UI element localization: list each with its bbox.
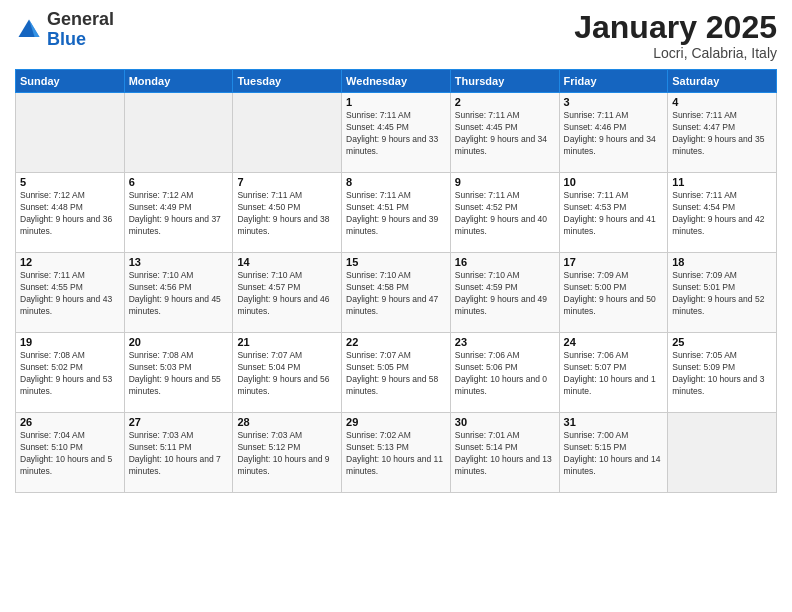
- calendar-cell: 10Sunrise: 7:11 AMSunset: 4:53 PMDayligh…: [559, 173, 668, 253]
- logo-blue: Blue: [47, 29, 86, 49]
- weekday-header: Friday: [559, 70, 668, 93]
- calendar-cell: 18Sunrise: 7:09 AMSunset: 5:01 PMDayligh…: [668, 253, 777, 333]
- day-detail: Sunrise: 7:03 AMSunset: 5:12 PMDaylight:…: [237, 430, 337, 478]
- day-detail: Sunrise: 7:02 AMSunset: 5:13 PMDaylight:…: [346, 430, 446, 478]
- calendar-week-row: 12Sunrise: 7:11 AMSunset: 4:55 PMDayligh…: [16, 253, 777, 333]
- calendar-cell: [16, 93, 125, 173]
- calendar-cell: 9Sunrise: 7:11 AMSunset: 4:52 PMDaylight…: [450, 173, 559, 253]
- weekday-header: Tuesday: [233, 70, 342, 93]
- day-detail: Sunrise: 7:06 AMSunset: 5:06 PMDaylight:…: [455, 350, 555, 398]
- day-number: 15: [346, 256, 446, 268]
- calendar-cell: 23Sunrise: 7:06 AMSunset: 5:06 PMDayligh…: [450, 333, 559, 413]
- day-detail: Sunrise: 7:11 AMSunset: 4:55 PMDaylight:…: [20, 270, 120, 318]
- day-number: 6: [129, 176, 229, 188]
- logo-icon: [15, 16, 43, 44]
- calendar-cell: 8Sunrise: 7:11 AMSunset: 4:51 PMDaylight…: [342, 173, 451, 253]
- day-number: 17: [564, 256, 664, 268]
- calendar-cell: 21Sunrise: 7:07 AMSunset: 5:04 PMDayligh…: [233, 333, 342, 413]
- day-detail: Sunrise: 7:09 AMSunset: 5:01 PMDaylight:…: [672, 270, 772, 318]
- day-detail: Sunrise: 7:05 AMSunset: 5:09 PMDaylight:…: [672, 350, 772, 398]
- day-detail: Sunrise: 7:11 AMSunset: 4:47 PMDaylight:…: [672, 110, 772, 158]
- day-detail: Sunrise: 7:10 AMSunset: 4:58 PMDaylight:…: [346, 270, 446, 318]
- calendar-cell: 17Sunrise: 7:09 AMSunset: 5:00 PMDayligh…: [559, 253, 668, 333]
- calendar-cell: 2Sunrise: 7:11 AMSunset: 4:45 PMDaylight…: [450, 93, 559, 173]
- day-detail: Sunrise: 7:10 AMSunset: 4:59 PMDaylight:…: [455, 270, 555, 318]
- day-number: 27: [129, 416, 229, 428]
- weekday-header: Saturday: [668, 70, 777, 93]
- location: Locri, Calabria, Italy: [574, 45, 777, 61]
- day-detail: Sunrise: 7:08 AMSunset: 5:02 PMDaylight:…: [20, 350, 120, 398]
- calendar-cell: [124, 93, 233, 173]
- calendar-week-row: 5Sunrise: 7:12 AMSunset: 4:48 PMDaylight…: [16, 173, 777, 253]
- day-detail: Sunrise: 7:09 AMSunset: 5:00 PMDaylight:…: [564, 270, 664, 318]
- day-detail: Sunrise: 7:11 AMSunset: 4:54 PMDaylight:…: [672, 190, 772, 238]
- day-number: 28: [237, 416, 337, 428]
- logo: General Blue: [15, 10, 114, 50]
- month-title: January 2025: [574, 10, 777, 45]
- day-number: 20: [129, 336, 229, 348]
- day-detail: Sunrise: 7:11 AMSunset: 4:46 PMDaylight:…: [564, 110, 664, 158]
- calendar-week-row: 26Sunrise: 7:04 AMSunset: 5:10 PMDayligh…: [16, 413, 777, 493]
- calendar-cell: 22Sunrise: 7:07 AMSunset: 5:05 PMDayligh…: [342, 333, 451, 413]
- day-number: 10: [564, 176, 664, 188]
- weekday-header: Wednesday: [342, 70, 451, 93]
- day-number: 30: [455, 416, 555, 428]
- calendar-week-row: 19Sunrise: 7:08 AMSunset: 5:02 PMDayligh…: [16, 333, 777, 413]
- calendar-cell: 13Sunrise: 7:10 AMSunset: 4:56 PMDayligh…: [124, 253, 233, 333]
- day-number: 11: [672, 176, 772, 188]
- day-detail: Sunrise: 7:11 AMSunset: 4:51 PMDaylight:…: [346, 190, 446, 238]
- page-container: General Blue January 2025 Locri, Calabri…: [0, 0, 792, 498]
- calendar-cell: 19Sunrise: 7:08 AMSunset: 5:02 PMDayligh…: [16, 333, 125, 413]
- day-number: 1: [346, 96, 446, 108]
- calendar-cell: 27Sunrise: 7:03 AMSunset: 5:11 PMDayligh…: [124, 413, 233, 493]
- calendar-cell: 3Sunrise: 7:11 AMSunset: 4:46 PMDaylight…: [559, 93, 668, 173]
- calendar-cell: 25Sunrise: 7:05 AMSunset: 5:09 PMDayligh…: [668, 333, 777, 413]
- calendar-table: SundayMondayTuesdayWednesdayThursdayFrid…: [15, 69, 777, 493]
- day-detail: Sunrise: 7:11 AMSunset: 4:50 PMDaylight:…: [237, 190, 337, 238]
- calendar-cell: 26Sunrise: 7:04 AMSunset: 5:10 PMDayligh…: [16, 413, 125, 493]
- day-number: 5: [20, 176, 120, 188]
- calendar-cell: 11Sunrise: 7:11 AMSunset: 4:54 PMDayligh…: [668, 173, 777, 253]
- calendar-cell: 4Sunrise: 7:11 AMSunset: 4:47 PMDaylight…: [668, 93, 777, 173]
- day-detail: Sunrise: 7:08 AMSunset: 5:03 PMDaylight:…: [129, 350, 229, 398]
- day-number: 29: [346, 416, 446, 428]
- calendar-cell: 31Sunrise: 7:00 AMSunset: 5:15 PMDayligh…: [559, 413, 668, 493]
- weekday-header: Monday: [124, 70, 233, 93]
- calendar-cell: 16Sunrise: 7:10 AMSunset: 4:59 PMDayligh…: [450, 253, 559, 333]
- day-detail: Sunrise: 7:06 AMSunset: 5:07 PMDaylight:…: [564, 350, 664, 398]
- logo-text: General Blue: [47, 10, 114, 50]
- calendar-cell: 12Sunrise: 7:11 AMSunset: 4:55 PMDayligh…: [16, 253, 125, 333]
- day-number: 24: [564, 336, 664, 348]
- weekday-header: Sunday: [16, 70, 125, 93]
- day-number: 12: [20, 256, 120, 268]
- day-detail: Sunrise: 7:11 AMSunset: 4:52 PMDaylight:…: [455, 190, 555, 238]
- day-detail: Sunrise: 7:10 AMSunset: 4:56 PMDaylight:…: [129, 270, 229, 318]
- day-detail: Sunrise: 7:07 AMSunset: 5:05 PMDaylight:…: [346, 350, 446, 398]
- day-number: 2: [455, 96, 555, 108]
- calendar-cell: 15Sunrise: 7:10 AMSunset: 4:58 PMDayligh…: [342, 253, 451, 333]
- day-number: 16: [455, 256, 555, 268]
- calendar-cell: 7Sunrise: 7:11 AMSunset: 4:50 PMDaylight…: [233, 173, 342, 253]
- day-number: 22: [346, 336, 446, 348]
- day-number: 3: [564, 96, 664, 108]
- day-detail: Sunrise: 7:11 AMSunset: 4:45 PMDaylight:…: [346, 110, 446, 158]
- calendar-cell: [233, 93, 342, 173]
- day-number: 19: [20, 336, 120, 348]
- day-detail: Sunrise: 7:12 AMSunset: 4:49 PMDaylight:…: [129, 190, 229, 238]
- day-number: 31: [564, 416, 664, 428]
- day-detail: Sunrise: 7:10 AMSunset: 4:57 PMDaylight:…: [237, 270, 337, 318]
- day-number: 25: [672, 336, 772, 348]
- day-detail: Sunrise: 7:03 AMSunset: 5:11 PMDaylight:…: [129, 430, 229, 478]
- day-detail: Sunrise: 7:07 AMSunset: 5:04 PMDaylight:…: [237, 350, 337, 398]
- calendar-cell: 1Sunrise: 7:11 AMSunset: 4:45 PMDaylight…: [342, 93, 451, 173]
- day-number: 8: [346, 176, 446, 188]
- day-number: 26: [20, 416, 120, 428]
- day-detail: Sunrise: 7:01 AMSunset: 5:14 PMDaylight:…: [455, 430, 555, 478]
- day-number: 7: [237, 176, 337, 188]
- day-detail: Sunrise: 7:00 AMSunset: 5:15 PMDaylight:…: [564, 430, 664, 478]
- calendar-cell: 6Sunrise: 7:12 AMSunset: 4:49 PMDaylight…: [124, 173, 233, 253]
- weekday-header: Thursday: [450, 70, 559, 93]
- day-detail: Sunrise: 7:12 AMSunset: 4:48 PMDaylight:…: [20, 190, 120, 238]
- calendar-cell: 29Sunrise: 7:02 AMSunset: 5:13 PMDayligh…: [342, 413, 451, 493]
- calendar-cell: 28Sunrise: 7:03 AMSunset: 5:12 PMDayligh…: [233, 413, 342, 493]
